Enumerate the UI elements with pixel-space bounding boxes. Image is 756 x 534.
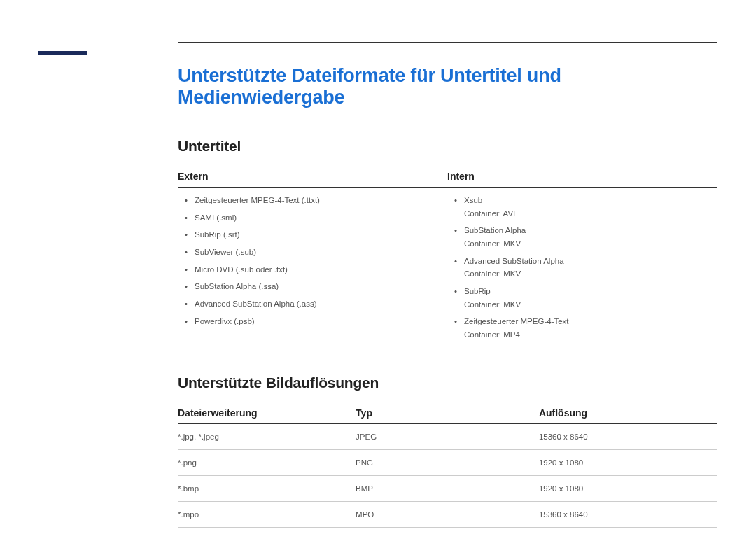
cell-ext: *.jpg, *.jpeg [178, 423, 356, 449]
intern-list: XsubContainer: AVISubStation AlphaContai… [447, 195, 717, 341]
subtitles-heading: Untertitel [178, 138, 717, 155]
item-name: Micro DVD (.sub oder .txt) [195, 265, 288, 274]
page-title: Unterstützte Dateiformate für Untertitel… [178, 65, 717, 108]
item-name: Zeitgesteuerter MPEG-4-Text (.ttxt) [195, 196, 320, 204]
cell-type: PNG [356, 449, 539, 475]
cell-res: 15360 x 8640 [539, 501, 717, 527]
subtitles-table: Extern Intern Zeitgesteuerter MPEG-4-Tex… [178, 167, 717, 346]
cell-ext: *.png [178, 449, 356, 475]
item-name: Powerdivx (.psb) [195, 317, 255, 325]
cell-type: BMP [356, 475, 539, 501]
item-container: Container: MKV [464, 238, 717, 250]
side-accent-bar [38, 51, 88, 55]
item-container: Container: MKV [464, 299, 717, 311]
list-item: Zeitgesteuerter MPEG-4-TextContainer: MP… [464, 316, 717, 340]
item-name: SubViewer (.sub) [195, 248, 256, 256]
resolutions-table: Dateierweiterung Typ Auflösung *.jpg, *.… [178, 404, 717, 528]
cell-res: 1920 x 1080 [539, 449, 717, 475]
cell-ext: *.bmp [178, 475, 356, 501]
resolutions-heading: Unterstützte Bildauflösungen [178, 374, 717, 391]
column-ext: Dateierweiterung [178, 404, 356, 424]
extern-list: Zeitgesteuerter MPEG-4-Text (.ttxt)SAMI … [178, 195, 447, 327]
item-name: SubRip (.srt) [195, 230, 240, 239]
item-name: SubStation Alpha (.ssa) [195, 282, 279, 290]
item-name: Xsub [464, 196, 482, 204]
list-item: Advanced SubStation Alpha (.ass) [195, 298, 447, 310]
item-container: Container: AVI [464, 208, 717, 220]
item-name: SubStation Alpha [464, 226, 526, 234]
cell-res: 15360 x 8640 [539, 423, 717, 449]
list-item: SubRipContainer: MKV [464, 286, 717, 310]
column-res: Auflösung [539, 404, 717, 424]
list-item: SAMI (.smi) [195, 212, 447, 224]
item-name: Advanced SubStation Alpha [464, 257, 564, 265]
list-item: XsubContainer: AVI [464, 195, 717, 219]
list-item: SubRip (.srt) [195, 229, 447, 241]
cell-ext: *.mpo [178, 501, 356, 527]
cell-res: 1920 x 1080 [539, 475, 717, 501]
table-row: *.pngPNG1920 x 1080 [178, 449, 717, 475]
item-name: SubRip [464, 287, 491, 295]
item-name: Zeitgesteuerter MPEG-4-Text [464, 317, 569, 325]
top-divider [178, 42, 717, 43]
cell-type: MPO [356, 501, 539, 527]
list-item: Zeitgesteuerter MPEG-4-Text (.ttxt) [195, 195, 447, 206]
list-item: SubStation Alpha (.ssa) [195, 281, 447, 293]
table-row: *.jpg, *.jpegJPEG15360 x 8640 [178, 423, 717, 449]
list-item: Micro DVD (.sub oder .txt) [195, 264, 447, 276]
item-name: SAMI (.smi) [195, 213, 237, 222]
column-extern: Extern [178, 167, 447, 188]
column-intern: Intern [447, 167, 717, 188]
cell-type: JPEG [356, 423, 539, 449]
list-item: Powerdivx (.psb) [195, 316, 447, 328]
item-container: Container: MP4 [464, 329, 717, 341]
list-item: Advanced SubStation AlphaContainer: MKV [464, 255, 717, 280]
column-type: Typ [356, 404, 539, 424]
list-item: SubStation AlphaContainer: MKV [464, 225, 717, 249]
list-item: SubViewer (.sub) [195, 246, 447, 258]
content-area: Unterstützte Dateiformate für Untertitel… [178, 42, 717, 528]
item-container: Container: MKV [464, 268, 717, 280]
table-row: *.mpoMPO15360 x 8640 [178, 501, 717, 527]
item-name: Advanced SubStation Alpha (.ass) [195, 300, 317, 308]
table-row: *.bmpBMP1920 x 1080 [178, 475, 717, 501]
